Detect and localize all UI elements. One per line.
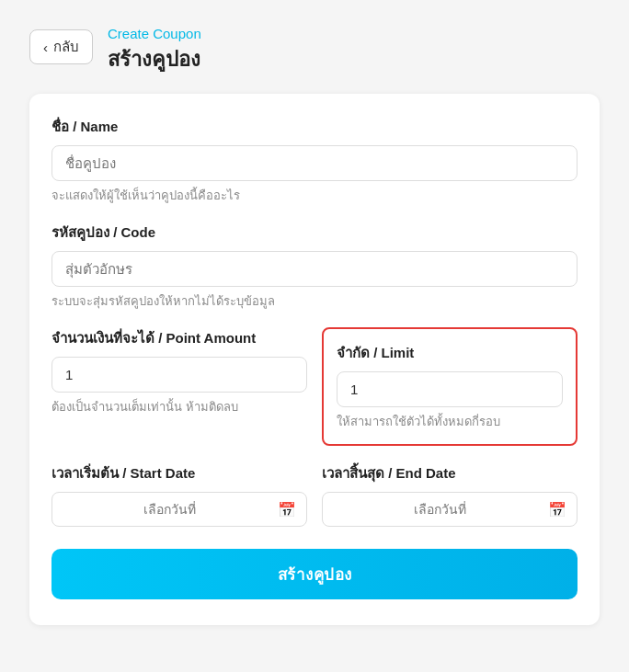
page-main-title: สร้างคูปอง bbox=[108, 43, 201, 75]
point-amount-input[interactable] bbox=[51, 357, 307, 393]
code-input[interactable] bbox=[51, 251, 578, 287]
start-date-wrapper: 📅 bbox=[51, 492, 307, 527]
header: ‹ กลับ Create Coupon สร้างคูปอง bbox=[29, 26, 600, 75]
limit-box: จำกัด / Limit ให้สามารถใช้ตัวได้ทั้งหมดก… bbox=[322, 327, 578, 446]
end-date-col: เวลาสิ้นสุด / End Date 📅 bbox=[322, 462, 578, 527]
start-date-col: เวลาเริ่มต้น / Start Date 📅 bbox=[51, 462, 307, 527]
code-label: รหัสคูปอง / Code bbox=[51, 222, 578, 244]
name-field-group: ชื่อ / Name จะแสดงให้ผู้ใช้เห็นว่าคูปองน… bbox=[51, 116, 578, 205]
end-date-label: เวลาสิ้นสุด / End Date bbox=[322, 462, 578, 484]
code-field-group: รหัสคูปอง / Code ระบบจะสุ่มรหัสคูปองให้ห… bbox=[51, 222, 578, 311]
back-button[interactable]: ‹ กลับ bbox=[29, 29, 93, 64]
back-label: กลับ bbox=[53, 36, 79, 58]
start-date-label: เวลาเริ่มต้น / Start Date bbox=[51, 462, 307, 484]
form-card: ชื่อ / Name จะแสดงให้ผู้ใช้เห็นว่าคูปองน… bbox=[29, 94, 600, 625]
limit-hint: ให้สามารถใช้ตัวได้ทั้งหมดกี่รอบ bbox=[337, 412, 563, 431]
point-amount-section: จำนวนเงินที่จะได้ / Point Amount ต้องเป็… bbox=[51, 327, 307, 416]
end-date-wrapper: 📅 bbox=[322, 492, 578, 527]
name-input[interactable] bbox=[51, 145, 578, 181]
page-container: ‹ กลับ Create Coupon สร้างคูปอง ชื่อ / N… bbox=[15, 15, 614, 672]
name-hint: จะแสดงให้ผู้ใช้เห็นว่าคูปองนี้คืออะไร bbox=[51, 186, 578, 205]
breadcrumb-title: Create Coupon bbox=[108, 26, 201, 41]
submit-button[interactable]: สร้างคูปอง bbox=[51, 549, 578, 599]
point-limit-row: จำนวนเงินที่จะได้ / Point Amount ต้องเป็… bbox=[51, 327, 578, 446]
start-date-input[interactable] bbox=[51, 492, 307, 527]
limit-input[interactable] bbox=[337, 371, 563, 407]
limit-section: จำกัด / Limit ให้สามารถใช้ตัวได้ทั้งหมดก… bbox=[322, 327, 578, 446]
header-titles: Create Coupon สร้างคูปอง bbox=[108, 26, 201, 75]
code-hint: ระบบจะสุ่มรหัสคูปองให้หากไม่ได้ระบุข้อมู… bbox=[51, 291, 578, 311]
point-amount-label: จำนวนเงินที่จะได้ / Point Amount bbox=[51, 327, 307, 349]
date-row: เวลาเริ่มต้น / Start Date 📅 เวลาสิ้นสุด … bbox=[51, 462, 578, 527]
name-label: ชื่อ / Name bbox=[51, 116, 578, 138]
limit-label: จำกัด / Limit bbox=[337, 342, 563, 364]
point-amount-hint: ต้องเป็นจำนวนเต็มเท่านั้น ห้ามติดลบ bbox=[51, 397, 307, 416]
end-date-input[interactable] bbox=[322, 492, 578, 527]
back-chevron-icon: ‹ bbox=[43, 40, 48, 55]
